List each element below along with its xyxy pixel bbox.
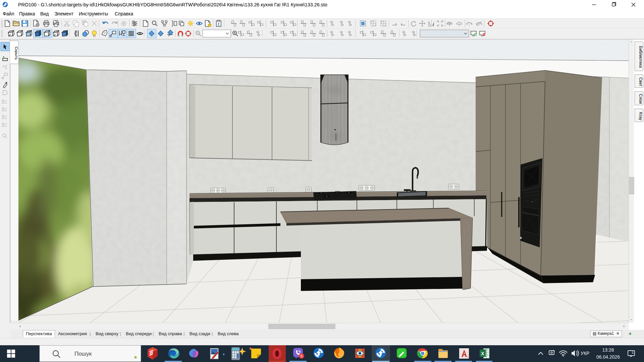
svg-text:X: X [481, 351, 484, 356]
svg-text:LT: LT [468, 356, 470, 358]
svg-text:Пошук: Пошук [74, 351, 92, 357]
svg-text:6: 6 [301, 354, 303, 358]
